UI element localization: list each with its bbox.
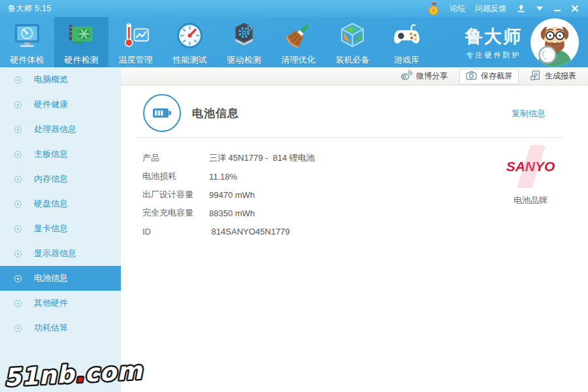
camera-icon: [466, 71, 477, 82]
sidebar-item-hardware-health[interactable]: 硬件健康: [0, 92, 121, 117]
radio-icon: [14, 300, 22, 307]
gamepad-icon: [392, 21, 421, 53]
tab-label: 清理优化: [282, 54, 316, 66]
table-row: 出厂设计容量 99470 mWh: [142, 186, 315, 204]
save-screenshot-label: 保存截屏: [481, 71, 512, 82]
tab-hardware-test[interactable]: 硬件检测: [54, 17, 108, 67]
battery-brand-caption: 电池品牌: [502, 195, 559, 206]
close-button[interactable]: [571, 5, 579, 12]
menu-dropdown-icon[interactable]: [536, 6, 544, 11]
tab-game-library[interactable]: 游戏库: [380, 17, 434, 67]
sidebar-item-motherboard-info[interactable]: 主板信息: [0, 142, 121, 167]
tab-label: 性能测试: [173, 54, 207, 66]
main-nav: 硬件体检 硬件检测: [0, 17, 588, 67]
battery-icon: [143, 94, 181, 132]
brand-area: 鲁大师 专注硬件防护: [465, 17, 588, 67]
tab-label: 硬件检测: [65, 54, 99, 66]
sidebar-item-memory-info[interactable]: 内存信息: [0, 167, 121, 191]
sidebar-item-gpu-info[interactable]: 显卡信息: [0, 216, 121, 241]
radio-icon: [14, 325, 22, 332]
tab-label: 硬件体检: [10, 54, 44, 66]
weibo-share-label: 微博分享: [416, 71, 448, 82]
tab-cleaner[interactable]: 清理优化: [271, 17, 325, 67]
table-row: 电池损耗 11.18%: [142, 167, 315, 186]
tab-label: 游戏库: [394, 54, 419, 66]
info-label: 产品: [142, 152, 209, 164]
table-row: 完全充电容量 88350 mWh: [142, 204, 315, 222]
medal-icon[interactable]: [427, 2, 440, 16]
battery-brand-box: SANYO 电池品牌: [502, 145, 559, 206]
sidebar-item-label: 电脑概览: [34, 74, 68, 86]
titlebar: 鲁大师 5.15 论坛 问题反馈: [0, 0, 588, 17]
table-row: 产品 三洋 45N1779 - 814 锂电池: [142, 149, 315, 167]
copy-info-link[interactable]: 复制信息: [512, 108, 546, 120]
info-value: 99470 mWh: [209, 190, 255, 200]
info-value: 11.18%: [209, 172, 237, 182]
sidebar-item-power-estimate[interactable]: 功耗估算: [0, 316, 121, 340]
gear-hexagon-icon: [229, 21, 259, 53]
battery-info-panel: 电池信息 复制信息 产品 三洋 45N1779 - 814 锂电池 电池损耗 1…: [121, 86, 588, 392]
sidebar-item-battery-info[interactable]: 电池信息: [0, 266, 121, 291]
titlebar-controls: 论坛 问题反馈: [427, 2, 588, 16]
generate-report-button[interactable]: 生成报表: [531, 70, 576, 82]
sidebar-item-label: 其他硬件: [34, 297, 68, 309]
radio-icon: [14, 101, 22, 108]
save-screenshot-button[interactable]: 保存截屏: [459, 69, 519, 84]
generate-report-label: 生成报表: [545, 71, 576, 82]
sanyo-logo-text: SANYO: [506, 159, 555, 174]
radio-icon: [14, 176, 22, 183]
tab-benchmark[interactable]: 性能测试: [163, 17, 217, 67]
app-title: 鲁大师 5.15: [8, 3, 52, 14]
sidebar: 电脑概览 硬件健康 处理器信息 主板信息 内存信息 硬盘信息 显卡信息 显示器信…: [0, 67, 121, 392]
radio-icon: [14, 250, 22, 257]
sidebar-item-label: 显卡信息: [34, 223, 68, 235]
sidebar-item-monitor-info[interactable]: 显示器信息: [0, 241, 121, 266]
sidebar-item-other-hardware[interactable]: 其他硬件: [0, 291, 121, 316]
radio-icon: [14, 275, 22, 282]
software-cube-icon: [338, 21, 367, 53]
radio-icon: [14, 151, 22, 158]
report-doc-icon: [531, 70, 541, 82]
page-title: 电池信息: [192, 106, 239, 121]
sidebar-item-label: 主板信息: [34, 148, 68, 160]
brand-name: 鲁大师: [465, 25, 522, 48]
sidebar-item-computer-overview[interactable]: 电脑概览: [0, 67, 121, 92]
battery-info-table: 产品 三洋 45N1779 - 814 锂电池 电池损耗 11.18% 出厂设计…: [142, 149, 315, 240]
theme-skin-icon[interactable]: [516, 4, 526, 13]
sidebar-item-label: 处理器信息: [34, 123, 76, 135]
sidebar-item-label: 硬件健康: [34, 99, 68, 110]
tab-essential-apps[interactable]: 装机必备: [325, 17, 380, 67]
speed-gauge-icon: [175, 21, 204, 53]
info-value: 88350 mWh: [209, 208, 255, 218]
weibo-share-button[interactable]: 微博分享: [400, 70, 448, 82]
broom-icon: [284, 21, 313, 53]
thermometer-chart-icon: [121, 21, 150, 53]
minimize-button[interactable]: [553, 5, 561, 12]
feedback-link[interactable]: 问题反馈: [475, 3, 506, 14]
sanyo-logo: SANYO: [502, 145, 559, 188]
tab-temperature[interactable]: 温度管理: [108, 17, 163, 67]
brand-text: 鲁大师 专注硬件防护: [465, 25, 522, 60]
sidebar-item-label: 显示器信息: [34, 248, 76, 259]
table-row: ID 814SANYO45N1779: [142, 222, 315, 240]
sidebar-item-label: 功耗估算: [34, 322, 68, 334]
content-header: 电池信息: [143, 94, 239, 132]
radio-icon: [14, 76, 22, 84]
info-label: 完全充电容量: [142, 207, 209, 219]
info-value: 三洋 45N1779 - 814 锂电池: [209, 152, 315, 164]
info-label: 电池损耗: [142, 171, 209, 182]
info-value: 814SANYO45N1779: [209, 227, 290, 237]
tab-label: 装机必备: [336, 54, 370, 66]
sidebar-item-label: 电池信息: [34, 272, 68, 284]
gpu-card-icon: [67, 21, 96, 53]
mascot-avatar: [530, 18, 580, 67]
sidebar-item-cpu-info[interactable]: 处理器信息: [0, 117, 121, 142]
sidebar-item-label: 内存信息: [34, 173, 68, 185]
radio-icon: [14, 126, 22, 133]
weibo-icon: [400, 70, 412, 82]
tab-hardware-exam[interactable]: 硬件体检: [0, 17, 54, 67]
radio-icon: [14, 201, 22, 208]
tab-driver-detect[interactable]: 驱动检测: [217, 17, 271, 67]
sidebar-item-disk-info[interactable]: 硬盘信息: [0, 191, 121, 216]
forum-link[interactable]: 论坛: [449, 3, 465, 14]
